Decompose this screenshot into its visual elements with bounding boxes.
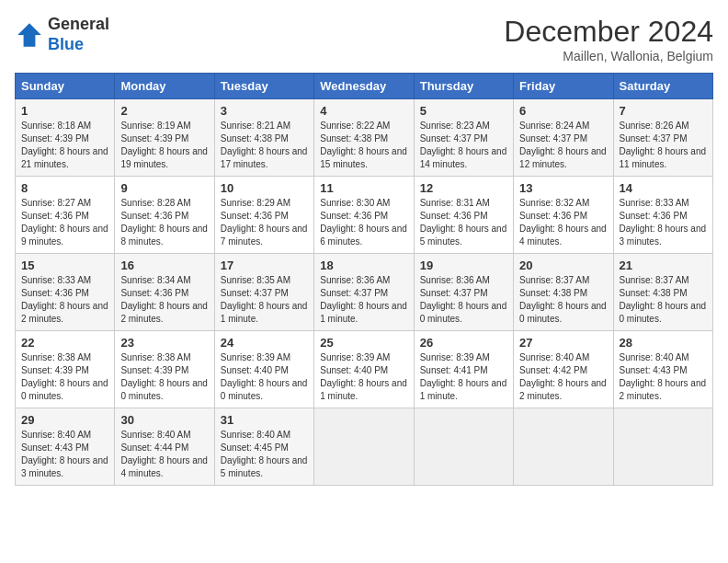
calendar-cell: 10Sunrise: 8:29 AMSunset: 4:36 PMDayligh… (214, 177, 313, 254)
cell-content: Sunrise: 8:38 AMSunset: 4:39 PMDaylight:… (120, 351, 208, 403)
cell-content: Sunrise: 8:26 AMSunset: 4:37 PMDaylight:… (620, 120, 707, 171)
calendar-table: Sunday Monday Tuesday Wednesday Thursday… (15, 73, 713, 486)
calendar-cell: 27Sunrise: 8:40 AMSunset: 4:42 PMDayligh… (514, 331, 613, 408)
col-wednesday: Wednesday (314, 74, 414, 99)
calendar-cell: 29Sunrise: 8:40 AMSunset: 4:43 PMDayligh… (16, 408, 115, 486)
day-number: 17 (221, 259, 308, 272)
cell-content: Sunrise: 8:39 AMSunset: 4:41 PMDaylight:… (420, 351, 507, 403)
col-tuesday: Tuesday (214, 74, 313, 99)
day-number: 6 (519, 104, 607, 118)
day-number: 3 (221, 104, 308, 118)
cell-content: Sunrise: 8:22 AMSunset: 4:38 PMDaylight:… (320, 120, 407, 171)
calendar-cell: 15Sunrise: 8:33 AMSunset: 4:36 PMDayligh… (16, 254, 115, 331)
calendar-week-row: 15Sunrise: 8:33 AMSunset: 4:36 PMDayligh… (16, 254, 713, 331)
cell-content: Sunrise: 8:24 AMSunset: 4:37 PMDaylight:… (519, 120, 607, 171)
calendar-cell: 30Sunrise: 8:40 AMSunset: 4:44 PMDayligh… (115, 408, 214, 486)
calendar-cell: 28Sunrise: 8:40 AMSunset: 4:43 PMDayligh… (613, 331, 712, 408)
day-number: 5 (420, 104, 507, 118)
day-number: 21 (620, 259, 707, 272)
cell-content: Sunrise: 8:18 AMSunset: 4:39 PMDaylight:… (21, 120, 108, 171)
calendar-cell: 20Sunrise: 8:37 AMSunset: 4:38 PMDayligh… (514, 254, 613, 331)
day-number: 24 (221, 336, 308, 350)
calendar-cell: 3Sunrise: 8:21 AMSunset: 4:38 PMDaylight… (214, 99, 313, 177)
day-number: 8 (21, 181, 108, 195)
calendar-cell: 19Sunrise: 8:36 AMSunset: 4:37 PMDayligh… (414, 254, 513, 331)
day-number: 9 (120, 181, 208, 195)
day-number: 10 (221, 181, 308, 195)
day-number: 18 (320, 259, 407, 272)
calendar-cell: 31Sunrise: 8:40 AMSunset: 4:45 PMDayligh… (214, 408, 313, 486)
col-thursday: Thursday (414, 74, 513, 99)
calendar-cell: 13Sunrise: 8:32 AMSunset: 4:36 PMDayligh… (514, 177, 613, 254)
calendar-cell: 8Sunrise: 8:27 AMSunset: 4:36 PMDaylight… (16, 177, 115, 254)
calendar-cell (613, 408, 712, 486)
calendar-cell: 6Sunrise: 8:24 AMSunset: 4:37 PMDaylight… (514, 99, 613, 177)
cell-content: Sunrise: 8:39 AMSunset: 4:40 PMDaylight:… (221, 351, 308, 403)
calendar-week-row: 22Sunrise: 8:38 AMSunset: 4:39 PMDayligh… (16, 331, 713, 408)
cell-content: Sunrise: 8:33 AMSunset: 4:36 PMDaylight:… (620, 197, 707, 248)
calendar-cell: 9Sunrise: 8:28 AMSunset: 4:36 PMDaylight… (115, 177, 214, 254)
calendar-week-row: 1Sunrise: 8:18 AMSunset: 4:39 PMDaylight… (16, 99, 713, 177)
calendar-cell (414, 408, 513, 486)
calendar-cell: 26Sunrise: 8:39 AMSunset: 4:41 PMDayligh… (414, 331, 513, 408)
calendar-cell: 16Sunrise: 8:34 AMSunset: 4:36 PMDayligh… (115, 254, 214, 331)
day-number: 12 (420, 181, 507, 195)
day-number: 27 (519, 336, 607, 350)
calendar-cell: 1Sunrise: 8:18 AMSunset: 4:39 PMDaylight… (16, 99, 115, 177)
calendar-cell: 17Sunrise: 8:35 AMSunset: 4:37 PMDayligh… (214, 254, 313, 331)
calendar-cell: 22Sunrise: 8:38 AMSunset: 4:39 PMDayligh… (16, 331, 115, 408)
calendar-cell: 12Sunrise: 8:31 AMSunset: 4:36 PMDayligh… (414, 177, 513, 254)
day-number: 31 (221, 413, 308, 427)
calendar-cell: 25Sunrise: 8:39 AMSunset: 4:40 PMDayligh… (314, 331, 414, 408)
cell-content: Sunrise: 8:33 AMSunset: 4:36 PMDaylight:… (21, 274, 108, 326)
calendar-cell: 5Sunrise: 8:23 AMSunset: 4:37 PMDaylight… (414, 99, 513, 177)
day-number: 13 (519, 181, 607, 195)
calendar-week-row: 8Sunrise: 8:27 AMSunset: 4:36 PMDaylight… (16, 177, 713, 254)
col-friday: Friday (514, 74, 613, 99)
calendar-cell: 4Sunrise: 8:22 AMSunset: 4:38 PMDaylight… (314, 99, 414, 177)
calendar-cell: 18Sunrise: 8:36 AMSunset: 4:37 PMDayligh… (314, 254, 414, 331)
cell-content: Sunrise: 8:28 AMSunset: 4:36 PMDaylight:… (120, 197, 208, 248)
cell-content: Sunrise: 8:19 AMSunset: 4:39 PMDaylight:… (120, 120, 208, 171)
cell-content: Sunrise: 8:29 AMSunset: 4:36 PMDaylight:… (221, 197, 308, 248)
cell-content: Sunrise: 8:32 AMSunset: 4:36 PMDaylight:… (519, 197, 607, 248)
day-number: 20 (519, 259, 607, 272)
logo-general: General (48, 15, 109, 33)
day-number: 14 (620, 181, 707, 195)
calendar-week-row: 29Sunrise: 8:40 AMSunset: 4:43 PMDayligh… (16, 408, 713, 486)
calendar-cell: 14Sunrise: 8:33 AMSunset: 4:36 PMDayligh… (613, 177, 712, 254)
cell-content: Sunrise: 8:39 AMSunset: 4:40 PMDaylight:… (320, 351, 407, 403)
col-monday: Monday (115, 74, 214, 99)
page-header: General Blue December 2024 Maillen, Wall… (15, 15, 713, 63)
cell-content: Sunrise: 8:30 AMSunset: 4:36 PMDaylight:… (320, 197, 407, 248)
day-number: 16 (120, 259, 208, 272)
day-number: 28 (620, 336, 707, 350)
title-block: December 2024 Maillen, Wallonia, Belgium (504, 15, 713, 63)
cell-content: Sunrise: 8:36 AMSunset: 4:37 PMDaylight:… (320, 274, 407, 326)
col-saturday: Saturday (613, 74, 712, 99)
cell-content: Sunrise: 8:40 AMSunset: 4:42 PMDaylight:… (519, 351, 607, 403)
logo-blue: Blue (48, 35, 84, 53)
calendar-cell: 23Sunrise: 8:38 AMSunset: 4:39 PMDayligh… (115, 331, 214, 408)
calendar-header-row: Sunday Monday Tuesday Wednesday Thursday… (16, 74, 713, 99)
day-number: 15 (21, 259, 108, 272)
cell-content: Sunrise: 8:40 AMSunset: 4:43 PMDaylight:… (21, 429, 108, 480)
cell-content: Sunrise: 8:35 AMSunset: 4:37 PMDaylight:… (221, 274, 308, 326)
day-number: 4 (320, 104, 407, 118)
cell-content: Sunrise: 8:38 AMSunset: 4:39 PMDaylight:… (21, 351, 108, 403)
calendar-cell: 11Sunrise: 8:30 AMSunset: 4:36 PMDayligh… (314, 177, 414, 254)
logo: General Blue (15, 15, 109, 54)
cell-content: Sunrise: 8:34 AMSunset: 4:36 PMDaylight:… (120, 274, 208, 326)
day-number: 22 (21, 336, 108, 350)
logo-text: General Blue (48, 15, 109, 54)
svg-marker-0 (17, 23, 41, 47)
cell-content: Sunrise: 8:40 AMSunset: 4:43 PMDaylight:… (620, 351, 707, 403)
col-sunday: Sunday (16, 74, 115, 99)
calendar-cell: 2Sunrise: 8:19 AMSunset: 4:39 PMDaylight… (115, 99, 214, 177)
cell-content: Sunrise: 8:37 AMSunset: 4:38 PMDaylight:… (519, 274, 607, 326)
day-number: 2 (120, 104, 208, 118)
day-number: 23 (120, 336, 208, 350)
calendar-cell: 21Sunrise: 8:37 AMSunset: 4:38 PMDayligh… (613, 254, 712, 331)
cell-content: Sunrise: 8:37 AMSunset: 4:38 PMDaylight:… (620, 274, 707, 326)
cell-content: Sunrise: 8:40 AMSunset: 4:45 PMDaylight:… (221, 429, 308, 480)
